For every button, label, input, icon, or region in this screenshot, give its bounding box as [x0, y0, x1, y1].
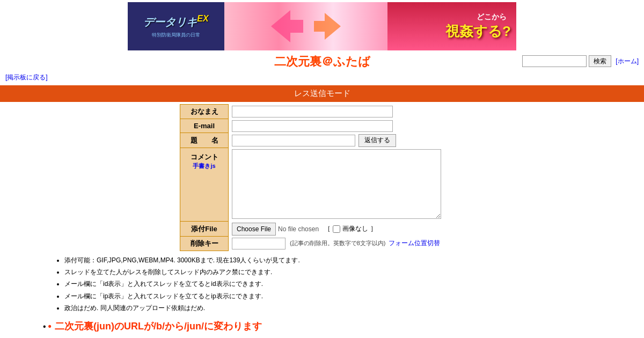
- banner-sub: 特別防衛局隊員の日常: [152, 32, 200, 39]
- name-input-cell: [229, 105, 464, 119]
- banner-right: どこから 視姦する?: [387, 2, 516, 50]
- home-link[interactable]: [ホーム]: [616, 57, 639, 66]
- search-area: 検索 [ホーム]: [522, 55, 639, 67]
- back-link[interactable]: [掲示板に戻る]: [5, 74, 48, 81]
- comment-textarea[interactable]: [232, 149, 441, 219]
- choose-file-button[interactable]: Choose File: [232, 223, 276, 236]
- banner-area: データリキEX 特別防衛局隊員の日常 どこから 視姦する?: [0, 0, 644, 50]
- banner-right-sub: どこから: [477, 12, 507, 22]
- banner-right-main: 視姦する?: [445, 22, 511, 41]
- info-list: 添付可能：GIF,JPG,PNG,WEBM,MP4. 3000KBまで. 現在1…: [54, 255, 462, 313]
- file-upload-label[interactable]: Choose File No file chosen: [232, 223, 319, 236]
- title-label: 題 名: [180, 133, 229, 148]
- banner-image[interactable]: データリキEX 特別防衛局隊員の日常 どこから 視姦する?: [128, 2, 516, 50]
- banner-logo: データリキEX: [143, 14, 208, 30]
- email-input-cell: [229, 119, 464, 133]
- attach-input-cell: Choose File No file chosen ［ 画像なし ］: [229, 222, 464, 237]
- name-label: おなまえ: [180, 105, 229, 119]
- del-row: 削除キー (記事の削除用。英数字で8文字以内) フォーム位置切替: [180, 237, 464, 251]
- info-item: 添付可能：GIF,JPG,PNG,WEBM,MP4. 3000KBまで. 現在1…: [64, 255, 462, 266]
- del-input[interactable]: [232, 238, 286, 249]
- submit-button[interactable]: 返信する: [358, 134, 396, 147]
- search-input[interactable]: [522, 55, 587, 67]
- email-input[interactable]: [232, 120, 393, 132]
- back-link-area: [掲示板に戻る]: [0, 72, 644, 83]
- name-input[interactable]: [232, 106, 393, 117]
- search-button[interactable]: 検索: [589, 55, 611, 67]
- email-row: E-mail: [180, 119, 464, 133]
- form-container: おなまえ E-mail 題 名 返信する コメント 手書きjs: [0, 104, 644, 251]
- form-table: おなまえ E-mail 題 名 返信する コメント 手書きjs: [180, 104, 464, 251]
- info-section: 添付可能：GIF,JPG,PNG,WEBM,MP4. 3000KBまで. 現在1…: [0, 251, 483, 338]
- handwriting-link[interactable]: 手書きjs: [182, 162, 226, 170]
- del-input-cell: (記事の削除用。英数字で8文字以内) フォーム位置切替: [229, 237, 464, 251]
- arrow-decoration-2: [314, 13, 341, 40]
- comment-label-cell: コメント 手書きjs: [180, 148, 229, 222]
- banner-left: データリキEX 特別防衛局隊員の日常: [128, 2, 224, 50]
- del-hint: (記事の削除用。英数字で8文字以内): [290, 239, 385, 247]
- info-item: メール欄に「id表示」と入れてスレッドを立てるとid表示にできます.: [64, 279, 462, 289]
- no-file-text: No file chosen: [278, 225, 319, 233]
- title-row: 題 名 返信する: [180, 133, 464, 148]
- mode-header: レス送信モード: [0, 85, 644, 102]
- info-item: スレッドを立てた人がレスを削除してスレッド内のみアク禁にできます.: [64, 267, 462, 277]
- site-title: 二次元裏＠ふたば: [274, 55, 370, 68]
- name-row: おなまえ: [180, 105, 464, 119]
- form-position-link[interactable]: フォーム位置切替: [389, 239, 440, 248]
- bullet-url: •: [43, 322, 46, 332]
- comment-label: コメント: [191, 153, 218, 161]
- arrow-decoration-1: [271, 10, 303, 42]
- banner-middle: [224, 2, 387, 50]
- no-image-label[interactable]: 画像なし: [342, 224, 368, 233]
- site-title-area: 二次元裏＠ふたば 検索 [ホーム]: [0, 50, 644, 72]
- comment-input-cell: [229, 148, 464, 222]
- title-input-cell: 返信する: [229, 133, 464, 148]
- attach-label: 添付File: [180, 222, 229, 237]
- bracket-close: ］: [370, 224, 377, 233]
- info-item: 政治はだめ. 同人関連のアップロード依頼はだめ.: [64, 303, 462, 313]
- del-label: 削除キー: [180, 237, 229, 251]
- url-notice: 二次元裏(jun)のURLが/b/から/jun/に変わります: [48, 320, 262, 333]
- no-image-area: ［ 画像なし ］: [324, 224, 377, 233]
- attach-row: 添付File Choose File No file chosen ［ 画像なし…: [180, 222, 464, 237]
- info-item: メール欄に「ip表示」と入れてスレッドを立てるとip表示にできます.: [64, 291, 462, 302]
- email-label: E-mail: [180, 119, 229, 133]
- bracket-open: ［: [324, 224, 331, 233]
- title-input[interactable]: [232, 135, 355, 146]
- no-image-checkbox[interactable]: [333, 225, 340, 233]
- url-notice-row: • 二次元裏(jun)のURLが/b/から/jun/に変わります: [43, 317, 462, 335]
- comment-row: コメント 手書きjs: [180, 148, 464, 222]
